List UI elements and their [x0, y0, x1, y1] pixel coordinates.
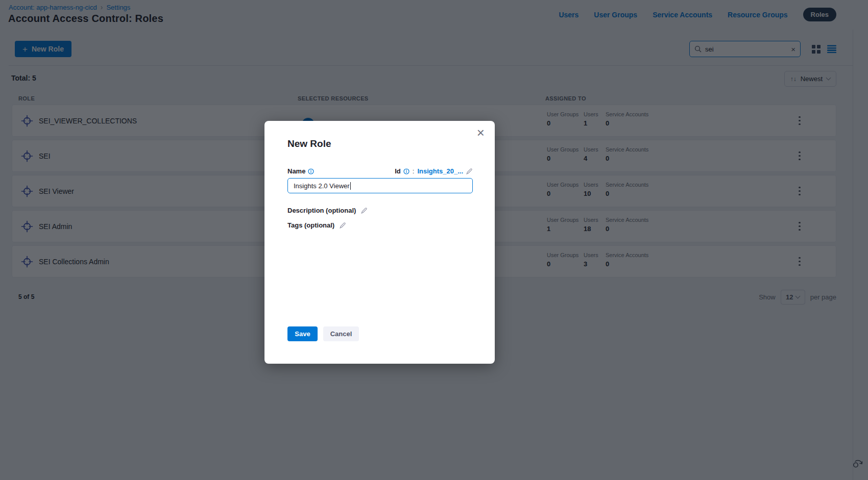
modal-actions: Save Cancel	[287, 326, 359, 341]
id-label: Id	[395, 167, 401, 175]
name-label: Name	[287, 167, 305, 175]
info-icon[interactable]	[403, 168, 409, 174]
tags-field: Tags (optional)	[287, 221, 346, 229]
edit-id-pencil-icon[interactable]	[466, 168, 473, 175]
save-button[interactable]: Save	[287, 326, 318, 341]
text-cursor	[350, 182, 351, 190]
role-id-value[interactable]: Insights_20_...	[417, 167, 463, 175]
edit-tags-pencil-icon[interactable]	[339, 222, 346, 229]
new-role-modal: × New Role Name Id : Insights_20_... Ins…	[264, 121, 495, 364]
info-icon[interactable]	[308, 168, 314, 174]
modal-title: New Role	[287, 138, 331, 149]
id-separator: :	[413, 167, 415, 175]
description-label: Description (optional)	[287, 207, 356, 214]
cancel-button[interactable]: Cancel	[323, 326, 359, 341]
role-name-input[interactable]: Insights 2.0 Viewer	[287, 178, 473, 193]
name-id-row: Name Id : Insights_20_...	[287, 167, 473, 175]
edit-description-pencil-icon[interactable]	[360, 207, 368, 214]
tags-label: Tags (optional)	[287, 221, 334, 229]
role-name-input-value: Insights 2.0 Viewer	[294, 182, 350, 190]
close-icon[interactable]: ×	[477, 126, 485, 139]
description-field: Description (optional)	[287, 207, 368, 214]
